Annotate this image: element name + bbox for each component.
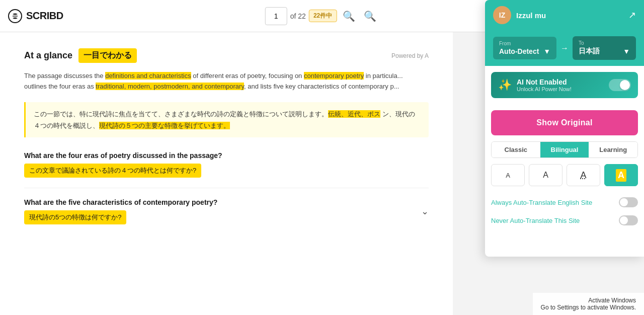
panel-header: IZ Izzul mu ↗ [485,0,644,30]
zoom-out-button[interactable]: 🔍 [361,7,379,25]
from-value-display: Auto-Detect ▼ [499,47,550,55]
japanese-summary-block: この一節では、特に現代詩に焦点を当てて、さまざまな時代の詩の定義と特徴について説… [24,102,429,138]
summary-text-part3: in particula... [364,72,403,80]
ai-subtitle: Unlock AI Power Now! [517,86,572,92]
question-2-content: What are the five characteristics of con… [24,198,217,224]
from-language-select[interactable]: From Auto-Detect ▼ [493,37,556,59]
page-nav: of 22 22件中 🔍 🔍 [265,7,379,25]
username-label: Izzul mu [516,11,546,20]
ai-section: ✨ AI Not Enabled Unlock AI Power Now! [491,72,638,98]
ai-info: ✨ AI Not Enabled Unlock AI Power Now! [498,78,572,92]
tab-classic[interactable]: Classic [492,142,540,158]
scribd-logo-icon [8,9,22,23]
never-translate-label: Never Auto-Translate This Site [491,217,580,224]
japanese-highlight2: 現代詩の５つの主要な特徴を挙げています。 [99,122,230,129]
question-2-section: What are the five characteristics of con… [24,198,429,224]
to-label: To [579,40,630,46]
language-row: From Auto-Detect ▼ → To 日本語 ▼ [485,30,644,66]
ai-toggle-knob [620,80,630,90]
zoom-in-icon: 🔍 [343,10,355,22]
question-2-japanese: 現代詩の5つの特徴は何ですか? [24,210,126,224]
font-size-small-button[interactable]: A [491,164,525,186]
summary-highlight3: traditional, modern, postmodern, and con… [96,83,244,90]
sparkle-icon: ✨ [498,78,512,92]
font-size-medium-button[interactable]: A [529,164,562,186]
from-chevron-icon: ▼ [543,47,550,55]
show-original-button[interactable]: Show Original [491,110,638,135]
at-a-glance-japanese: 一目でわかる [78,48,137,63]
page-badge: 22件中 [309,10,337,22]
ai-toggle[interactable] [609,79,631,91]
summary-highlight1: definitions and characteristics [105,72,191,80]
watermark-line2: Go to Settings to activate Windows. [541,304,636,311]
font-large-icon: A [580,170,586,181]
font-size-large-button[interactable]: A [567,164,600,186]
japanese-highlight1: 伝統、近代、ポス [328,110,380,118]
question-1-section: What are the four eras of poetry discuss… [24,151,429,178]
font-small-icon: A [506,172,510,179]
summary-english: The passage discusses the definitions an… [24,71,429,92]
auto-translate-row: Always Auto-Translate English Site [485,193,644,211]
summary-highlight2: contemporary poetry [304,72,364,80]
font-size-highlight-button[interactable]: A [604,164,638,186]
avatar: IZ [493,6,511,24]
zoom-out-icon: 🔍 [364,10,376,22]
summary-text-part2: of different eras of poetry, focusing on [191,72,304,80]
lang-arrow-icon: → [560,44,569,53]
summary-text-part5: , and lists five key characteristics of … [244,83,399,90]
scribd-wordmark: SCRIBD [26,10,63,22]
auto-translate-toggle[interactable] [619,197,638,207]
summary-text-part1: The passage discusses the [24,72,105,80]
main-content: At a glance 一目でわかる Powered by A The pass… [0,32,453,315]
auto-translate-toggle-knob [620,198,628,206]
to-chevron-icon: ▼ [623,47,630,55]
auto-translate-label: Always Auto-Translate English Site [491,199,592,206]
font-highlight-icon: A [616,169,626,182]
never-translate-row: Never Auto-Translate This Site [485,211,644,229]
tab-learning[interactable]: Learning [589,142,637,158]
user-info: IZ Izzul mu [493,6,546,24]
summary-text-part4: outlines the four eras as [24,83,96,90]
page-input[interactable] [265,7,287,25]
font-size-row: A A A A [491,164,638,186]
watermark-line1: Activate Windows [541,297,636,304]
from-label: From [499,41,550,46]
ai-text-block: AI Not Enabled Unlock AI Power Now! [517,78,572,92]
translation-panel: IZ Izzul mu ↗ From Auto-Detect ▼ → To 日本… [485,0,644,257]
powered-by-label: Powered by A [391,52,429,59]
never-translate-toggle[interactable] [619,215,638,225]
windows-watermark: Activate Windows Go to Settings to activ… [533,293,644,315]
page-of-label: of 22 [290,12,306,20]
tab-bilingual[interactable]: Bilingual [540,142,589,158]
question-1-text: What are the four eras of poetry discuss… [24,151,429,160]
to-language-value: 日本語 [579,47,600,56]
to-language-select[interactable]: To 日本語 ▼ [573,36,636,60]
font-medium-icon: A [543,171,548,180]
scribd-logo: SCRIBD [8,9,63,23]
translation-tabs: Classic Bilingual Learning [491,141,638,158]
japanese-summary-text: この一節では、特に現代詩に焦点を当てて、さまざまな時代の詩の定義と特徴について説… [34,110,328,118]
share-icon[interactable]: ↗ [628,10,636,21]
zoom-in-button[interactable]: 🔍 [340,7,358,25]
question-2-text: What are the five characteristics of con… [24,198,217,206]
at-a-glance-header: At a glance 一目でわかる Powered by A [24,48,429,63]
ai-title: AI Not Enabled [517,78,572,86]
at-a-glance-label: At a glance [24,50,72,61]
avatar-initials: IZ [499,11,505,19]
question-1-japanese: この文章で議論されている詩の４つの時代とは何ですか? [24,164,201,178]
to-value-display: 日本語 ▼ [579,47,630,56]
expand-chevron-icon[interactable]: ⌄ [421,206,429,217]
never-translate-toggle-knob [620,216,628,224]
from-language-value: Auto-Detect [499,47,539,55]
